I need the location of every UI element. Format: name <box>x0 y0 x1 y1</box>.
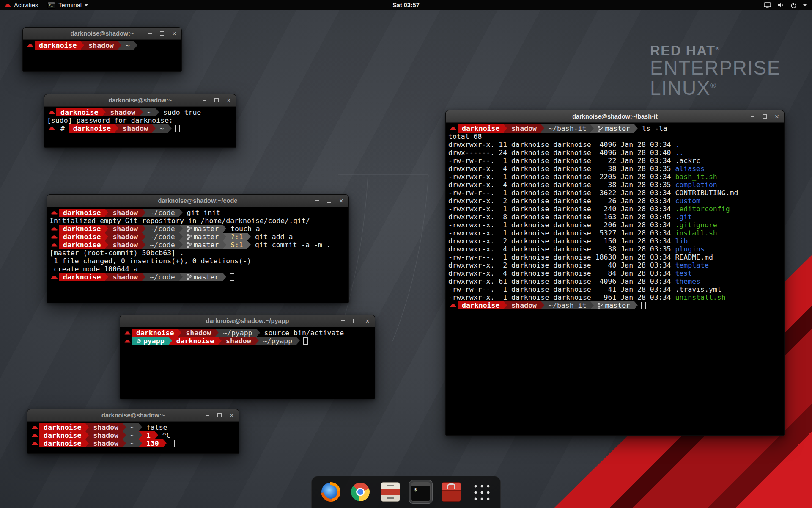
window-titlebar[interactable]: darknoise@shadow:~/bash-it <box>446 110 784 123</box>
prompt-segment: master <box>183 225 223 233</box>
activities-label: Activities <box>14 2 38 8</box>
prompt-segment: shadow <box>84 41 118 50</box>
dock-firefox[interactable] <box>319 480 342 503</box>
power-icon <box>790 2 797 8</box>
prompt-segment: ~ <box>143 108 156 116</box>
app-menu[interactable]: Terminal <box>43 0 93 10</box>
terminal-text: -rwxrwxr-x. 1 darknoise darknoise 5327 J… <box>448 229 675 237</box>
terminal-text: total 68 <box>448 133 482 141</box>
prompt-segment: shadow <box>89 431 123 439</box>
minimize-button[interactable] <box>313 197 320 204</box>
terminal-text: CONTRIBUTING.md <box>675 189 738 197</box>
close-button[interactable] <box>225 97 232 104</box>
terminal-window-w3[interactable]: darknoise@shadow:~/codedarknoiseshadow~/… <box>47 194 349 303</box>
powerline-arrow <box>123 423 126 431</box>
maximize-button[interactable] <box>216 412 223 419</box>
terminal-text: ls -la <box>638 124 667 133</box>
terminal-text: Initialized empty Git repository in /hom… <box>49 217 310 225</box>
terminal-body[interactable]: darknoiseshadow~ sudo true[sudo] passwor… <box>44 107 236 133</box>
prompt-segment: ?:1 <box>226 233 247 241</box>
terminal-text: .travis.yml <box>675 285 721 293</box>
terminal-text: drwxrwxr-x. 61 darknoise darknoise 4096 … <box>448 277 675 285</box>
minimize-button[interactable] <box>749 113 756 120</box>
window-title: darknoise@shadow:~ <box>109 97 172 104</box>
terminal-body[interactable]: darknoiseshadow~ falsedarknoiseshadow~1 … <box>27 422 239 447</box>
powerline-arrow <box>105 241 108 249</box>
terminal-text: ^C <box>158 431 171 439</box>
terminal-text: -rwxrwxr-x. 1 darknoise darknoise 961 Ja… <box>448 293 675 301</box>
terminal-window-w4[interactable]: darknoise@shadow:~/pyappdarknoiseshadow~… <box>120 315 375 399</box>
minimize-button[interactable] <box>340 318 346 324</box>
terminal-body[interactable]: darknoiseshadow~/pyapp source bin/activa… <box>120 327 375 345</box>
prompt-segment: ~ <box>121 41 134 50</box>
volume-icon <box>777 2 784 8</box>
close-button[interactable] <box>228 412 235 419</box>
terminal-text: -rw-rw-r--. 1 darknoise darknoise 3622 J… <box>448 189 675 197</box>
powerline-arrow <box>115 124 118 133</box>
app-grid-icon <box>472 483 491 501</box>
dock-toolbox[interactable] <box>439 480 463 504</box>
close-button[interactable] <box>364 318 371 324</box>
prompt-segment: master <box>183 233 223 241</box>
terminal-line: Initialized empty Git repository in /hom… <box>49 217 348 225</box>
prompt-segment: darknoise <box>69 124 115 133</box>
maximize-button[interactable] <box>159 30 165 37</box>
firefox-icon <box>321 483 340 501</box>
terminal-window-w5[interactable]: darknoise@shadow:~darknoiseshadow~ false… <box>27 409 239 454</box>
powerline-arrow <box>123 439 126 447</box>
window-titlebar[interactable]: darknoise@shadow:~ <box>44 94 236 107</box>
maximize-button[interactable] <box>326 197 332 204</box>
prompt-segment: ~/code <box>145 209 179 217</box>
prompt-segment: darknoise <box>458 301 504 309</box>
terminal-cursor <box>230 273 234 281</box>
terminal-cursor <box>141 42 145 49</box>
maximize-button[interactable] <box>213 97 220 104</box>
powerline-arrow <box>134 41 137 50</box>
terminal-window-w2[interactable]: darknoise@shadow:~darknoiseshadow~ sudo … <box>44 94 236 148</box>
window-title: darknoise@shadow:~ <box>71 30 134 37</box>
terminal-line: darknoiseshadow~/codemaster <box>49 273 348 281</box>
terminal-body[interactable]: darknoiseshadow~ <box>23 40 181 50</box>
terminal-line: darknoiseshadow~/codemaster?:1 git add a <box>49 233 348 241</box>
powerline-arrow <box>179 233 183 241</box>
close-button[interactable] <box>774 113 780 120</box>
activities-button[interactable]: Activities <box>0 0 43 10</box>
close-button[interactable] <box>338 197 345 204</box>
terminal-body[interactable]: darknoiseshadow~/bash-itmaster ls -latot… <box>446 123 784 309</box>
window-titlebar[interactable]: darknoise@shadow:~ <box>23 28 181 40</box>
maximize-button[interactable] <box>761 113 768 120</box>
prompt-segment: darknoise <box>59 241 105 249</box>
minimize-button[interactable] <box>204 412 211 419</box>
maximize-button[interactable] <box>352 318 359 324</box>
powerline-arrow <box>163 439 167 447</box>
powerline-arrow <box>142 209 145 217</box>
chrome-icon <box>351 483 370 501</box>
dock-app-grid[interactable] <box>470 480 493 503</box>
window-titlebar[interactable]: darknoise@shadow:~/pyapp <box>120 315 375 327</box>
terminal-text: . <box>675 141 679 149</box>
terminal-window-w6[interactable]: darknoise@shadow:~/bash-itdarknoiseshado… <box>445 110 785 436</box>
powerline-arrow <box>590 301 594 309</box>
dock-terminal[interactable] <box>409 480 433 504</box>
terminal-line: darknoiseshadow~ sudo true <box>47 108 236 116</box>
system-status-area[interactable] <box>758 0 812 10</box>
terminal-text: git init <box>183 209 220 217</box>
window-titlebar[interactable]: darknoise@shadow:~ <box>27 409 239 422</box>
window-titlebar[interactable]: darknoise@shadow:~/code <box>47 195 348 207</box>
chevron-down-icon <box>803 4 807 6</box>
terminal-window-w1[interactable]: darknoise@shadow:~darknoiseshadow~ <box>22 27 182 72</box>
dock-chrome[interactable] <box>349 480 372 503</box>
terminal-line: -rw-rw-r--. 1 darknoise darknoise 41 Jan… <box>448 285 784 293</box>
terminal-text: 1 file changed, 0 insertions(+), 0 delet… <box>49 257 251 265</box>
prompt-segment: ~ <box>126 423 139 431</box>
dock-files[interactable] <box>379 480 402 504</box>
terminal-body[interactable]: darknoiseshadow~/code git initInitialize… <box>47 207 348 281</box>
clock[interactable]: Sat 03:57 <box>392 2 420 8</box>
terminal-text: drwxrwxr-x. 4 darknoise darknoise 38 Jan… <box>448 165 675 173</box>
terminal-text: install.sh <box>675 229 717 237</box>
close-button[interactable] <box>171 30 178 37</box>
window-title: darknoise@shadow:~/pyapp <box>206 318 289 324</box>
minimize-button[interactable] <box>201 97 208 104</box>
minimize-button[interactable] <box>146 30 153 37</box>
terminal-text: drwxrwxr-x. 4 darknoise darknoise 84 Jan… <box>448 269 675 277</box>
